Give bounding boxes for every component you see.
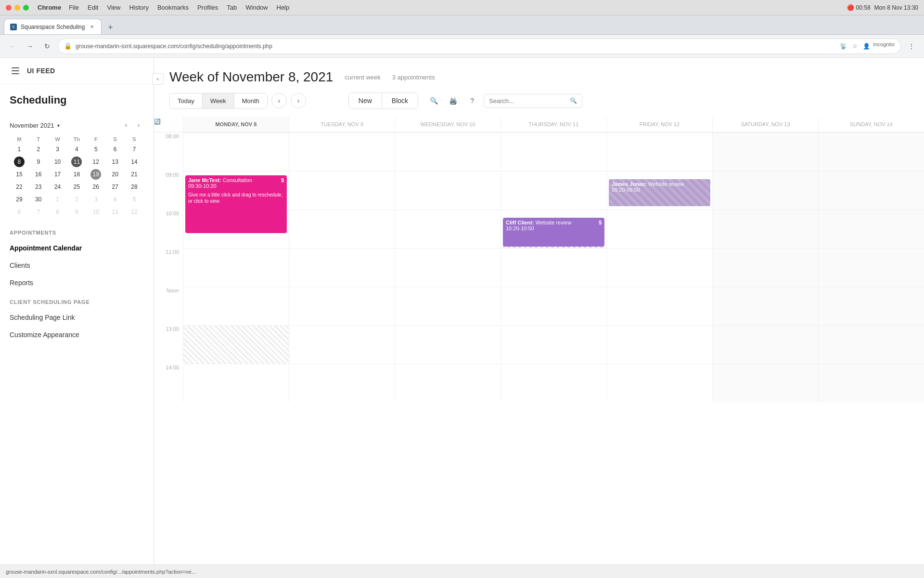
cal-cell-2-5[interactable]	[712, 210, 818, 248]
view-month-button[interactable]: Month	[234, 93, 267, 108]
cal-cell-6-4[interactable]	[606, 364, 712, 402]
mini-cal-day-6[interactable]: 6	[10, 206, 29, 218]
cal-cell-1-4[interactable]: James Jonas: Website review09:20-09:50	[606, 171, 712, 210]
menu-edit[interactable]: Edit	[84, 3, 102, 12]
mini-cal-day-20[interactable]: 20	[105, 168, 125, 181]
appointment-cliff-client[interactable]: Cliff Client: Website review $10:20-10:5…	[503, 218, 604, 247]
cal-cell-2-1[interactable]	[289, 210, 395, 248]
cal-cell-4-0[interactable]	[183, 287, 289, 325]
sidebar-item-reports[interactable]: Reports	[0, 274, 154, 291]
mini-cal-day-12[interactable]: 12	[86, 156, 105, 168]
mini-cal-day-10[interactable]: 10	[48, 156, 67, 168]
view-week-button[interactable]: Week	[202, 93, 234, 108]
cal-cell-4-5[interactable]	[712, 287, 818, 325]
mini-cal-day-11[interactable]: 11	[67, 156, 87, 168]
cal-cell-0-1[interactable]	[289, 132, 395, 171]
cal-cell-4-1[interactable]	[289, 287, 395, 325]
mini-cal-day-30[interactable]: 30	[29, 193, 48, 206]
extensions-button[interactable]: ⋮	[905, 39, 918, 53]
menu-help[interactable]: Help	[273, 3, 294, 12]
zoom-icon[interactable]: 🔍	[426, 93, 441, 108]
mini-cal-day-3[interactable]: 3	[86, 193, 105, 206]
cal-cell-6-3[interactable]	[500, 364, 606, 402]
minimize-button[interactable]	[14, 5, 20, 11]
sidebar-item-scheduling-page-link[interactable]: Scheduling Page Link	[0, 309, 154, 326]
cal-cell-0-5[interactable]	[712, 132, 818, 171]
profile-icon[interactable]: 👤	[861, 41, 871, 51]
mini-cal-day-17[interactable]: 17	[48, 168, 67, 181]
maximize-button[interactable]	[23, 5, 29, 11]
cal-cell-4-3[interactable]	[500, 287, 606, 325]
forward-button[interactable]: →	[23, 39, 37, 53]
mini-cal-day-6[interactable]: 6	[105, 143, 125, 156]
mini-cal-day-4[interactable]: 4	[105, 193, 125, 206]
cal-cell-6-2[interactable]	[395, 364, 500, 402]
cal-cell-5-6[interactable]	[818, 325, 924, 364]
mini-cal-day-22[interactable]: 22	[10, 181, 29, 193]
cal-cell-6-6[interactable]	[818, 364, 924, 402]
mini-cal-day-29[interactable]: 29	[10, 193, 29, 206]
help-icon[interactable]: ?	[464, 93, 480, 108]
cal-cell-3-2[interactable]	[395, 248, 500, 287]
cal-cell-6-1[interactable]	[289, 364, 395, 402]
mini-cal-day-5[interactable]: 5	[86, 143, 105, 156]
menu-file[interactable]: File	[65, 3, 83, 12]
new-tab-button[interactable]: +	[103, 21, 117, 34]
mini-cal-day-11[interactable]: 11	[105, 206, 125, 218]
bookmark-icon[interactable]: ☆	[850, 41, 860, 51]
mini-cal-day-21[interactable]: 21	[125, 168, 144, 181]
cal-cell-1-2[interactable]	[395, 171, 500, 210]
cal-cell-2-4[interactable]	[606, 210, 712, 248]
mini-cal-month-year[interactable]: November 2021 ▾	[10, 122, 60, 129]
mini-cal-day-14[interactable]: 14	[125, 156, 144, 168]
mini-cal-day-26[interactable]: 26	[86, 181, 105, 193]
mini-cal-day-9[interactable]: 9	[29, 156, 48, 168]
cal-cell-0-4[interactable]	[606, 132, 712, 171]
mini-cal-day-8[interactable]: 8	[48, 206, 67, 218]
mini-cal-day-4[interactable]: 4	[67, 143, 87, 156]
cal-cell-0-0[interactable]	[183, 132, 289, 171]
mini-cal-day-27[interactable]: 27	[105, 181, 125, 193]
cal-cell-2-6[interactable]	[818, 210, 924, 248]
mini-cal-day-25[interactable]: 25	[67, 181, 87, 193]
cal-cell-3-0[interactable]	[183, 248, 289, 287]
cal-cell-0-6[interactable]	[818, 132, 924, 171]
cal-cell-5-3[interactable]	[500, 325, 606, 364]
hamburger-menu[interactable]	[10, 66, 21, 76]
traffic-lights[interactable]	[6, 5, 29, 11]
new-appointment-button[interactable]: New	[349, 93, 382, 108]
mini-cal-day-10[interactable]: 10	[86, 206, 105, 218]
browser-tab[interactable]: S Squarespace Scheduling ✕	[4, 19, 102, 34]
cal-cell-1-3[interactable]	[500, 171, 606, 210]
cal-cell-6-0[interactable]	[183, 364, 289, 402]
mini-cal-day-28[interactable]: 28	[125, 181, 144, 193]
mini-cal-day-19[interactable]: 19	[86, 168, 105, 181]
block-time-button[interactable]: Block	[382, 93, 418, 108]
mini-cal-day-16[interactable]: 16	[29, 168, 48, 181]
cal-cell-3-5[interactable]	[712, 248, 818, 287]
cal-cell-4-4[interactable]	[606, 287, 712, 325]
cal-cell-5-5[interactable]	[712, 325, 818, 364]
cal-cell-1-0[interactable]: Jane McTest: Consultation $09:30-10:20Gi…	[183, 171, 289, 210]
appointment-jane-mctest[interactable]: Jane McTest: Consultation $09:30-10:20Gi…	[185, 175, 287, 233]
cal-cell-1-5[interactable]	[712, 171, 818, 210]
mini-cal-day-24[interactable]: 24	[48, 181, 67, 193]
cal-cell-5-2[interactable]	[395, 325, 500, 364]
cal-cell-4-2[interactable]	[395, 287, 500, 325]
mini-cal-day-2[interactable]: 2	[29, 143, 48, 156]
cal-cell-1-6[interactable]	[818, 171, 924, 210]
mini-cal-day-23[interactable]: 23	[29, 181, 48, 193]
sidebar-item-customize-appearance[interactable]: Customize Appearance	[0, 326, 154, 343]
mini-cal-day-1[interactable]: 1	[10, 143, 29, 156]
view-today-button[interactable]: Today	[170, 93, 202, 108]
menu-bookmarks[interactable]: Bookmarks	[154, 3, 192, 12]
cal-cell-6-5[interactable]	[712, 364, 818, 402]
mini-cal-day-7[interactable]: 7	[125, 143, 144, 156]
cast-icon[interactable]: 📡	[838, 41, 848, 51]
mini-cal-day-7[interactable]: 7	[29, 206, 48, 218]
mini-cal-day-15[interactable]: 15	[10, 168, 29, 181]
cal-cell-3-6[interactable]	[818, 248, 924, 287]
menu-profiles[interactable]: Profiles	[193, 3, 222, 12]
sidebar-item-clients[interactable]: Clients	[0, 257, 154, 274]
mini-cal-next-button[interactable]: ›	[133, 120, 144, 131]
